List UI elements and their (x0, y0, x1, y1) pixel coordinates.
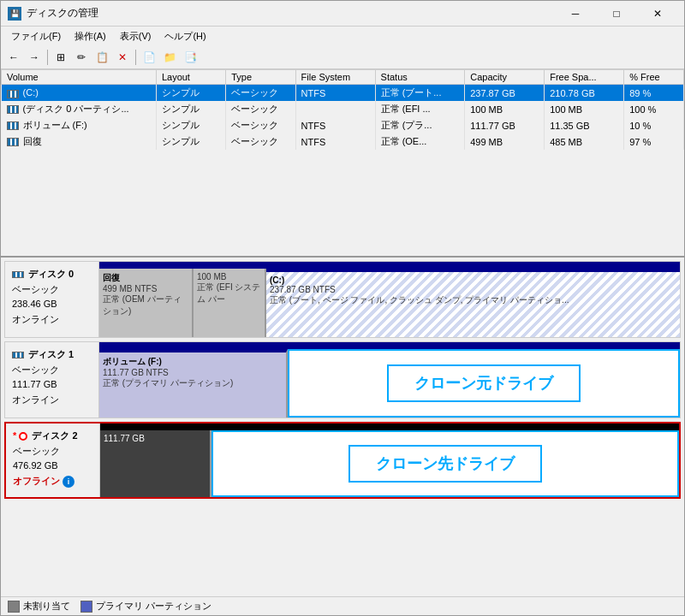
menu-action[interactable]: 操作(A) (68, 28, 113, 44)
close-button[interactable]: ✕ (638, 1, 677, 27)
cell-fs: NTFS (295, 85, 375, 102)
disk0-recovery-partition[interactable]: 回復 499 MB NTFS 正常 (OEM パーティション) (99, 269, 194, 337)
info-icon[interactable]: i (63, 476, 74, 488)
volume-table-area: Volume Layout Type File System Status Ca… (1, 69, 684, 258)
disk-view: ディスク 0 ベーシック 238.46 GB オンライン 回復 499 MB N… (1, 258, 684, 596)
legend-unalloc-label: 未割り当て (23, 600, 70, 613)
legend-unalloc-box (8, 601, 20, 613)
clone-dest-label: クローン先ドライブ (348, 445, 542, 483)
col-pctfree[interactable]: % Free (624, 70, 684, 85)
disk1-main-partition[interactable]: ボリューム (F:) 111.77 GB NTFS 正常 (プライマリ パーティ… (99, 349, 288, 418)
disk0-efi-partition[interactable]: 100 MB 正常 (EFI システム パー (194, 269, 266, 337)
cell-free: 485 MB (545, 133, 624, 150)
cell-volume: ボリューム (F:) (2, 117, 157, 133)
col-type[interactable]: Type (226, 70, 295, 85)
col-freespace[interactable]: Free Spa... (545, 70, 624, 85)
legend-primary-box (80, 601, 92, 613)
legend-primary-label: プライマリ パーティション (96, 600, 211, 613)
disk2-unalloc-partition[interactable]: 111.77 GB (100, 430, 211, 497)
cell-pct: 97 % (624, 133, 684, 150)
disk1-entry: ディスク 1 ベーシック 111.77 GB オンライン ボリューム (F:) … (4, 341, 681, 418)
disk2-partitions: 111.77 GB クローン先ドライブ (100, 424, 679, 497)
cell-type: ベーシック (226, 85, 295, 102)
maximize-button[interactable]: □ (597, 1, 636, 27)
folder-button[interactable]: 📁 (160, 48, 179, 67)
disk0-entry: ディスク 0 ベーシック 238.46 GB オンライン 回復 499 MB N… (4, 261, 681, 338)
menu-file[interactable]: ファイル(F) (4, 28, 68, 44)
col-status[interactable]: Status (375, 70, 465, 85)
menu-bar: ファイル(F) 操作(A) 表示(V) ヘルプ(H) (1, 27, 684, 45)
new-button[interactable]: 📄 (140, 48, 158, 67)
cell-layout: シンプル (156, 101, 225, 117)
cell-fs: NTFS (295, 133, 375, 150)
menu-help[interactable]: ヘルプ(H) (158, 28, 212, 44)
edit-button[interactable]: ✏ (72, 48, 91, 67)
cell-type: ベーシック (226, 101, 295, 117)
cell-volume: (ディスク 0 パーティシ... (2, 101, 157, 117)
disk2-label: * ディスク 2 ベーシック 476.92 GB オフライン i (6, 424, 100, 497)
table-row[interactable]: (ディスク 0 パーティシ... シンプル ベーシック 正常 (EFI ... … (2, 101, 684, 117)
cell-status: 正常 (OE... (375, 133, 465, 150)
minimize-button[interactable]: ─ (556, 1, 595, 27)
disk0-partitions-row: 回復 499 MB NTFS 正常 (OEM パーティション) 100 MB 正… (99, 269, 680, 337)
offline-status: オフライン i (13, 474, 92, 489)
cell-free: 11.35 GB (545, 117, 624, 133)
main-content: Volume Layout Type File System Status Ca… (1, 69, 684, 615)
col-capacity[interactable]: Capacity (465, 70, 545, 85)
separator-1 (47, 50, 48, 65)
cell-type: ベーシック (226, 117, 295, 133)
menu-view[interactable]: 表示(V) (113, 28, 158, 44)
cell-volume: (C:) (2, 85, 157, 102)
cell-layout: シンプル (156, 133, 225, 150)
disk1-bar (99, 342, 680, 349)
col-layout[interactable]: Layout (156, 70, 225, 85)
properties-button[interactable]: ⊞ (51, 48, 70, 67)
cell-volume: 回復 (2, 133, 157, 150)
copy-button[interactable]: 📑 (181, 48, 200, 67)
cell-capacity: 237.87 GB (465, 85, 545, 102)
table-row[interactable]: ボリューム (F:) シンプル ベーシック NTFS 正常 (プラ... 111… (2, 117, 684, 133)
col-filesystem[interactable]: File System (295, 70, 375, 85)
forward-button[interactable]: → (25, 48, 44, 67)
back-button[interactable]: ← (4, 48, 23, 67)
cell-layout: シンプル (156, 117, 225, 133)
col-volume[interactable]: Volume (2, 70, 157, 85)
title-bar: 💾 ディスクの管理 ─ □ ✕ (1, 1, 684, 27)
cell-pct: 100 % (624, 101, 684, 117)
legend-unallocated: 未割り当て (8, 600, 70, 613)
disk0-bar (99, 262, 680, 269)
table-row[interactable]: 回復 シンプル ベーシック NTFS 正常 (OE... 499 MB 485 … (2, 133, 684, 150)
cell-capacity: 100 MB (465, 101, 545, 117)
main-window: 💾 ディスクの管理 ─ □ ✕ ファイル(F) 操作(A) 表示(V) ヘルプ(… (0, 0, 685, 616)
delete-button[interactable]: ✕ (113, 48, 132, 67)
disk2-name: * ディスク 2 (13, 429, 92, 444)
disk0-name: ディスク 0 (12, 267, 92, 282)
cell-capacity: 111.77 GB (465, 117, 545, 133)
disk2-bar (100, 424, 679, 430)
cell-status: 正常 (EFI ... (375, 101, 465, 117)
volume-table: Volume Layout Type File System Status Ca… (1, 69, 684, 150)
cell-type: ベーシック (226, 133, 295, 150)
clipboard-button[interactable]: 📋 (92, 48, 111, 67)
disk1-label: ディスク 1 ベーシック 111.77 GB オンライン (5, 342, 99, 418)
table-row[interactable]: (C:) シンプル ベーシック NTFS 正常 (ブート... 237.87 G… (2, 85, 684, 102)
disk0-label: ディスク 0 ベーシック 238.46 GB オンライン (5, 262, 99, 337)
disk0-main-partition[interactable]: (C:) 237.87 GB NTFS 正常 (ブート, ページ ファイル, ク… (266, 269, 680, 337)
disk2-entry: * ディスク 2 ベーシック 476.92 GB オフライン i (4, 422, 681, 499)
window-controls: ─ □ ✕ (556, 1, 677, 27)
cell-free: 210.78 GB (545, 85, 624, 102)
disk1-partitions: ボリューム (F:) 111.77 GB NTFS 正常 (プライマリ パーティ… (99, 342, 680, 418)
window-title: ディスクの管理 (27, 6, 556, 21)
disk1-name: ディスク 1 (12, 347, 92, 363)
cell-capacity: 499 MB (465, 133, 545, 150)
app-icon: 💾 (8, 7, 21, 21)
toolbar: ← → ⊞ ✏ 📋 ✕ 📄 📁 📑 (1, 45, 684, 69)
disk1-clone-area: クローン元ドライブ (288, 349, 680, 418)
legend: 未割り当て プライマリ パーティション (1, 596, 684, 615)
cell-fs: NTFS (295, 117, 375, 133)
separator-2 (135, 50, 136, 65)
cell-pct: 89 % (624, 85, 684, 102)
clone-source-label: クローン元ドライブ (387, 364, 581, 402)
disk2-partitions-row: 111.77 GB クローン先ドライブ (100, 430, 679, 497)
disk2-clone-area: クローン先ドライブ (211, 430, 679, 497)
